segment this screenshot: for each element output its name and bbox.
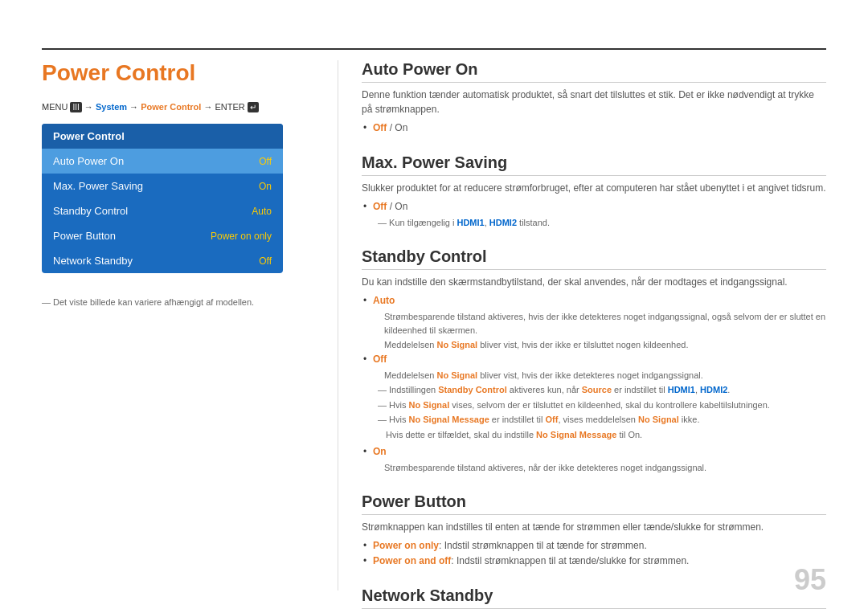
page-title: Power Control [42, 60, 331, 86]
highlight: Source [582, 385, 612, 394]
menu-item-label: Standby Control [53, 205, 128, 217]
list-item: Power on and off: Indstil strømknappen t… [362, 554, 826, 569]
power-control-link: Power Control [141, 102, 201, 112]
left-panel: Power Control MENU III → System → Power … [42, 60, 331, 307]
highlight-hdmi2: HDMI2 [489, 218, 517, 227]
highlight: No Signal [436, 340, 477, 349]
menu-item-standby-control[interactable]: Standby Control Auto [42, 198, 283, 223]
section-desc-standby-control: Du kan indstille den skærmstandbytilstan… [362, 275, 826, 289]
highlight: Off [373, 201, 387, 212]
highlight-power-on-off: Power on and off [373, 555, 451, 566]
highlight-off: Off [373, 353, 387, 365]
menu-item-value: Off [259, 156, 272, 167]
highlight: No Signal Message [409, 415, 489, 424]
menu-item-value: On [259, 181, 272, 192]
dash-note-2: Hvis No Signal vises, selvom der er tils… [362, 398, 826, 412]
sub-note: Meddelelsen No Signal bliver vist, hvis … [373, 369, 826, 382]
vertical-divider [338, 60, 338, 591]
page-number: 95 [794, 563, 826, 597]
menu-item-value: Auto [252, 206, 272, 217]
highlight: No Signal [409, 400, 450, 410]
dash-note: Kun tilgængelig i HDMI1, HDMI2 tilstand. [362, 216, 826, 230]
list-item: On Strømbesparende tilstand aktiveres, n… [362, 444, 826, 475]
right-panel: Auto Power On Denne funktion tænder auto… [362, 60, 826, 613]
menu-path: MENU III → System → Power Control → ENTE… [42, 102, 331, 112]
menu-item-label: Network Standby [53, 255, 133, 267]
menu-item-label: Auto Power On [53, 155, 124, 167]
section-network-standby: Network Standby Denne funktion sørger fo… [362, 586, 826, 613]
list-item: Off / On [362, 199, 826, 215]
highlight: No Signal Message [536, 430, 616, 439]
bullet-list-standby-control: Auto Strømbesparende tilstand aktiveres,… [362, 293, 826, 382]
sub-note-extra: Hvis dette er tilfældet, skal du indstil… [362, 428, 826, 442]
menu-item-network-standby[interactable]: Network Standby Off [42, 248, 283, 273]
highlight-power-on-only: Power on only [373, 540, 439, 551]
highlight: Standby Control [438, 385, 507, 394]
sub-note: Meddelelsen No Signal bliver vist, hvis … [373, 338, 826, 352]
menu-item-label: Power Button [53, 230, 116, 242]
menu-item-power-button[interactable]: Power Button Power on only [42, 223, 283, 248]
dash-note-3: Hvis No Signal Message er indstillet til… [362, 413, 826, 427]
list-item: Off Meddelelsen No Signal bliver vist, h… [362, 352, 826, 382]
menu-item-value: Power on only [211, 231, 272, 242]
highlight: No Signal [638, 415, 679, 424]
highlight: HDMI2 [700, 385, 727, 394]
section-max-power-saving: Max. Power Saving Slukker produktet for … [362, 153, 826, 230]
bullet-list-power-button: Power on only: Indstil strømknappen til … [362, 538, 826, 569]
menu-item-value: Off [259, 255, 272, 267]
highlight: No Signal [436, 370, 477, 380]
highlight-hdmi1: HDMI1 [457, 218, 484, 227]
system-link: System [96, 102, 127, 112]
section-title-standby-control: Standby Control [362, 247, 826, 270]
section-power-button: Power Button Strømknappen kan indstilles… [362, 492, 826, 569]
section-desc-max-power-saving: Slukker produktet for at reducere strømf… [362, 181, 826, 195]
section-desc-auto-power-on: Denne funktion tænder automatisk produkt… [362, 88, 826, 116]
sub-note: Strømbesparende tilstand aktiveres, når … [373, 461, 826, 475]
bullet-list-standby-on: On Strømbesparende tilstand aktiveres, n… [362, 444, 826, 475]
list-item: Off / On [362, 121, 826, 136]
menu-item-max-power-saving[interactable]: Max. Power Saving On [42, 174, 283, 198]
section-title-auto-power-on: Auto Power On [362, 60, 826, 83]
menu-icon: III [70, 102, 81, 112]
highlight: HDMI1 [668, 385, 695, 394]
section-title-network-standby: Network Standby [362, 586, 826, 609]
list-item: Power on only: Indstil strømknappen til … [362, 538, 826, 554]
enter-icon: ↵ [248, 102, 259, 112]
sub-note: Strømbesparende tilstand aktiveres, hvis… [373, 310, 826, 337]
menu-item-auto-power-on[interactable]: Auto Power On Off [42, 149, 283, 174]
highlight: Off [545, 415, 558, 424]
dash-note-1: Indstillingen Standby Control aktiveres … [362, 383, 826, 397]
section-desc-power-button: Strømknappen kan indstilles til enten at… [362, 520, 826, 534]
list-item: Auto Strømbesparende tilstand aktiveres,… [362, 293, 826, 352]
menu-box: Power Control Auto Power On Off Max. Pow… [42, 124, 283, 273]
section-standby-control: Standby Control Du kan indstille den skæ… [362, 247, 826, 475]
menu-label: MENU [42, 102, 68, 112]
menu-item-label: Max. Power Saving [53, 180, 143, 192]
bullet-list-max-power-saving: Off / On [362, 199, 826, 215]
highlight-auto: Auto [373, 295, 395, 306]
top-divider [42, 48, 826, 50]
bullet-list-auto-power-on: Off / On [362, 121, 826, 136]
menu-box-title: Power Control [42, 124, 283, 149]
highlight-on: On [373, 446, 387, 457]
note-line: Det viste billede kan variere afhængigt … [42, 297, 331, 307]
highlight: Off [373, 122, 387, 133]
section-title-power-button: Power Button [362, 492, 826, 515]
section-auto-power-on: Auto Power On Denne funktion tænder auto… [362, 60, 826, 136]
section-title-max-power-saving: Max. Power Saving [362, 153, 826, 176]
